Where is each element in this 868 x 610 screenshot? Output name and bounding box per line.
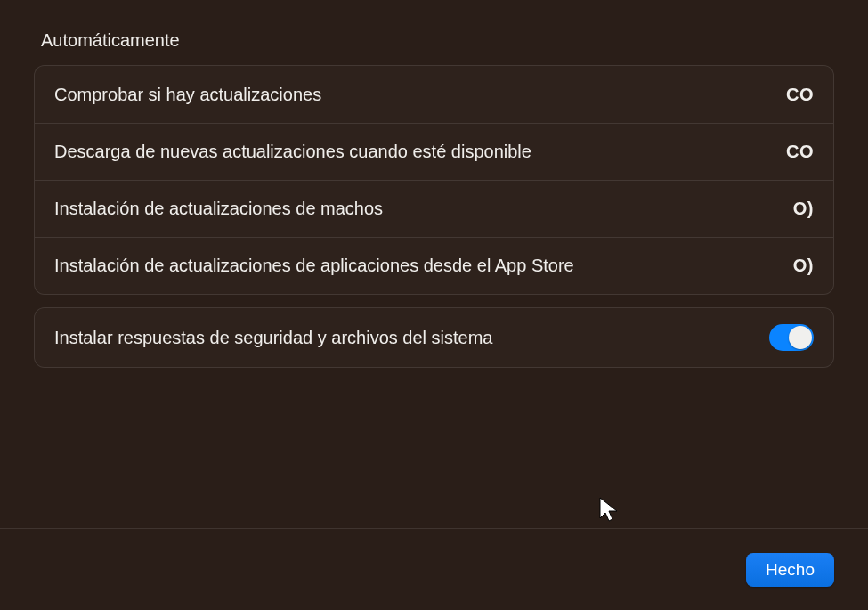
install-macos-updates-value: O): [793, 199, 814, 219]
download-updates-row[interactable]: Descarga de nuevas actualizaciones cuand…: [35, 123, 833, 180]
check-updates-label: Comprobar si hay actualizaciones: [54, 85, 786, 105]
check-updates-value: CO: [786, 85, 814, 105]
automatic-updates-panel: Automáticamente Comprobar si hay actuali…: [0, 0, 868, 368]
automatic-updates-group: Comprobar si hay actualizaciones CO Desc…: [34, 65, 834, 295]
download-updates-value: CO: [786, 142, 814, 162]
security-responses-row: Instalar respuestas de seguridad y archi…: [35, 308, 833, 367]
install-appstore-updates-value: O): [793, 256, 814, 276]
footer-bar: Hecho: [0, 528, 868, 610]
done-button[interactable]: Hecho: [746, 553, 834, 587]
security-responses-label: Instalar respuestas de seguridad y archi…: [54, 328, 769, 348]
install-appstore-updates-label: Instalación de actualizaciones de aplica…: [54, 256, 793, 276]
install-appstore-updates-row[interactable]: Instalación de actualizaciones de aplica…: [35, 237, 833, 294]
download-updates-label: Descarga de nuevas actualizaciones cuand…: [54, 142, 786, 162]
section-title: Automáticamente: [34, 30, 834, 51]
check-updates-row[interactable]: Comprobar si hay actualizaciones CO: [35, 66, 833, 123]
install-macos-updates-row[interactable]: Instalación de actualizaciones de machos…: [35, 180, 833, 237]
toggle-knob: [789, 326, 812, 349]
security-responses-group: Instalar respuestas de seguridad y archi…: [34, 307, 834, 368]
install-macos-updates-label: Instalación de actualizaciones de machos: [54, 199, 793, 219]
security-responses-toggle[interactable]: [769, 324, 814, 351]
cursor-icon: [599, 497, 622, 524]
